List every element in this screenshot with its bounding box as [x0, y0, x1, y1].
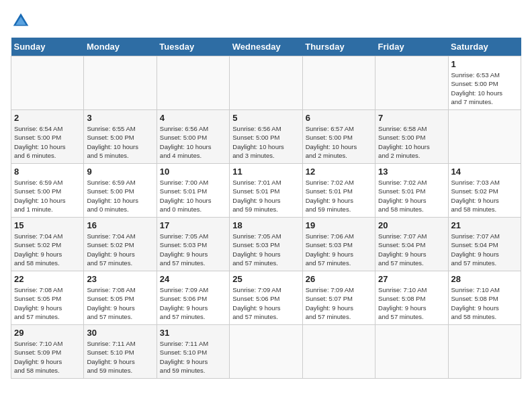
day-info: Sunrise: 7:07 AM Sunset: 5:04 PM Dayligh…	[378, 232, 445, 267]
logo-icon	[11, 11, 31, 31]
day-info: Sunrise: 7:10 AM Sunset: 5:09 PM Dayligh…	[14, 339, 81, 375]
day-number: 10	[160, 167, 226, 177]
calendar-cell: 21Sunrise: 7:07 AM Sunset: 5:04 PM Dayli…	[448, 218, 521, 271]
day-info: Sunrise: 7:04 AM Sunset: 5:02 PM Dayligh…	[14, 232, 81, 267]
calendar-cell	[230, 56, 302, 110]
day-number: 1	[451, 59, 518, 69]
day-number: 13	[378, 167, 445, 177]
day-info: Sunrise: 7:08 AM Sunset: 5:05 PM Dayligh…	[14, 285, 81, 321]
calendar-cell: 31Sunrise: 7:11 AM Sunset: 5:10 PM Dayli…	[157, 325, 229, 379]
calendar-cell: 6Sunrise: 6:57 AM Sunset: 5:00 PM Daylig…	[302, 110, 375, 164]
calendar-week-row: 2Sunrise: 6:54 AM Sunset: 5:00 PM Daylig…	[11, 110, 521, 164]
day-number: 9	[87, 167, 153, 177]
calendar-cell: 26Sunrise: 7:09 AM Sunset: 5:07 PM Dayli…	[302, 271, 375, 325]
day-info: Sunrise: 7:05 AM Sunset: 5:03 PM Dayligh…	[160, 232, 226, 267]
day-info: Sunrise: 7:10 AM Sunset: 5:08 PM Dayligh…	[378, 285, 445, 321]
day-number: 28	[451, 274, 518, 284]
calendar-cell	[302, 325, 375, 379]
day-number: 26	[306, 274, 372, 284]
day-number: 11	[232, 167, 299, 177]
day-info: Sunrise: 7:07 AM Sunset: 5:04 PM Dayligh…	[451, 232, 518, 267]
day-number: 27	[378, 274, 445, 284]
day-info: Sunrise: 6:55 AM Sunset: 5:00 PM Dayligh…	[87, 124, 153, 160]
calendar-cell: 10Sunrise: 7:00 AM Sunset: 5:01 PM Dayli…	[157, 164, 229, 218]
calendar-cell: 16Sunrise: 7:04 AM Sunset: 5:02 PM Dayli…	[84, 218, 157, 271]
calendar-cell: 19Sunrise: 7:06 AM Sunset: 5:03 PM Dayli…	[302, 218, 375, 271]
day-info: Sunrise: 7:10 AM Sunset: 5:08 PM Dayligh…	[451, 285, 518, 321]
day-info: Sunrise: 7:09 AM Sunset: 5:06 PM Dayligh…	[232, 285, 299, 321]
header-thursday: Thursday	[302, 38, 375, 56]
day-number: 5	[232, 113, 299, 123]
calendar-cell: 9Sunrise: 6:59 AM Sunset: 5:00 PM Daylig…	[84, 164, 157, 218]
calendar-cell: 3Sunrise: 6:55 AM Sunset: 5:00 PM Daylig…	[84, 110, 157, 164]
calendar-header-row: SundayMondayTuesdayWednesdayThursdayFrid…	[11, 38, 521, 56]
header-monday: Monday	[84, 38, 157, 56]
calendar-cell: 23Sunrise: 7:08 AM Sunset: 5:05 PM Dayli…	[84, 271, 157, 325]
calendar-cell: 17Sunrise: 7:05 AM Sunset: 5:03 PM Dayli…	[157, 218, 229, 271]
day-number: 31	[160, 328, 226, 338]
day-info: Sunrise: 7:09 AM Sunset: 5:06 PM Dayligh…	[160, 285, 226, 321]
calendar-cell	[448, 325, 521, 379]
day-info: Sunrise: 6:56 AM Sunset: 5:00 PM Dayligh…	[160, 124, 226, 160]
day-number: 7	[378, 113, 445, 123]
calendar-cell	[302, 56, 375, 110]
calendar-cell: 13Sunrise: 7:02 AM Sunset: 5:01 PM Dayli…	[375, 164, 448, 218]
calendar-table: SundayMondayTuesdayWednesdayThursdayFrid…	[11, 38, 521, 379]
calendar-week-row: 15Sunrise: 7:04 AM Sunset: 5:02 PM Dayli…	[11, 218, 521, 271]
day-number: 17	[160, 220, 226, 230]
day-number: 16	[87, 220, 153, 230]
day-info: Sunrise: 7:00 AM Sunset: 5:01 PM Dayligh…	[160, 178, 226, 214]
calendar-cell: 18Sunrise: 7:05 AM Sunset: 5:03 PM Dayli…	[230, 218, 302, 271]
day-number: 22	[14, 274, 81, 284]
calendar-cell: 8Sunrise: 6:59 AM Sunset: 5:00 PM Daylig…	[11, 164, 84, 218]
day-info: Sunrise: 7:08 AM Sunset: 5:05 PM Dayligh…	[87, 285, 153, 321]
day-info: Sunrise: 7:04 AM Sunset: 5:02 PM Dayligh…	[87, 232, 153, 267]
day-number: 15	[14, 220, 81, 230]
day-number: 2	[14, 113, 81, 123]
calendar-cell: 24Sunrise: 7:09 AM Sunset: 5:06 PM Dayli…	[157, 271, 229, 325]
day-info: Sunrise: 7:09 AM Sunset: 5:07 PM Dayligh…	[306, 285, 372, 321]
header-tuesday: Tuesday	[157, 38, 229, 56]
header-saturday: Saturday	[448, 38, 521, 56]
day-number: 24	[160, 274, 226, 284]
day-number: 18	[232, 220, 299, 230]
day-info: Sunrise: 6:58 AM Sunset: 5:00 PM Dayligh…	[378, 124, 445, 160]
calendar-cell	[375, 56, 448, 110]
day-number: 8	[14, 167, 81, 177]
calendar-cell: 11Sunrise: 7:01 AM Sunset: 5:01 PM Dayli…	[230, 164, 302, 218]
day-number: 25	[232, 274, 299, 284]
calendar-cell: 5Sunrise: 6:56 AM Sunset: 5:00 PM Daylig…	[230, 110, 302, 164]
day-info: Sunrise: 7:11 AM Sunset: 5:10 PM Dayligh…	[160, 339, 226, 375]
day-info: Sunrise: 7:02 AM Sunset: 5:01 PM Dayligh…	[378, 178, 445, 214]
calendar-week-row: 22Sunrise: 7:08 AM Sunset: 5:05 PM Dayli…	[11, 271, 521, 325]
calendar-cell: 29Sunrise: 7:10 AM Sunset: 5:09 PM Dayli…	[11, 325, 84, 379]
day-number: 4	[160, 113, 226, 123]
day-info: Sunrise: 6:56 AM Sunset: 5:00 PM Dayligh…	[232, 124, 299, 160]
header-sunday: Sunday	[11, 38, 84, 56]
calendar-cell: 4Sunrise: 6:56 AM Sunset: 5:00 PM Daylig…	[157, 110, 229, 164]
day-number: 14	[451, 167, 518, 177]
day-info: Sunrise: 7:06 AM Sunset: 5:03 PM Dayligh…	[306, 232, 372, 267]
day-info: Sunrise: 7:05 AM Sunset: 5:03 PM Dayligh…	[232, 232, 299, 267]
day-number: 6	[306, 113, 372, 123]
calendar-cell: 15Sunrise: 7:04 AM Sunset: 5:02 PM Dayli…	[11, 218, 84, 271]
calendar-cell: 2Sunrise: 6:54 AM Sunset: 5:00 PM Daylig…	[11, 110, 84, 164]
day-info: Sunrise: 6:59 AM Sunset: 5:00 PM Dayligh…	[14, 178, 81, 214]
calendar-cell: 12Sunrise: 7:02 AM Sunset: 5:01 PM Dayli…	[302, 164, 375, 218]
calendar-cell	[375, 325, 448, 379]
calendar-week-row: 8Sunrise: 6:59 AM Sunset: 5:00 PM Daylig…	[11, 164, 521, 218]
calendar-cell: 22Sunrise: 7:08 AM Sunset: 5:05 PM Dayli…	[11, 271, 84, 325]
day-number: 21	[451, 220, 518, 230]
calendar-week-row: 1Sunrise: 6:53 AM Sunset: 5:00 PM Daylig…	[11, 56, 521, 110]
calendar-cell: 30Sunrise: 7:11 AM Sunset: 5:10 PM Dayli…	[84, 325, 157, 379]
calendar-cell: 25Sunrise: 7:09 AM Sunset: 5:06 PM Dayli…	[230, 271, 302, 325]
calendar-cell	[230, 325, 302, 379]
day-number: 29	[14, 328, 81, 338]
calendar-cell	[448, 110, 521, 164]
calendar-cell	[157, 56, 229, 110]
day-info: Sunrise: 7:03 AM Sunset: 5:02 PM Dayligh…	[451, 178, 518, 214]
calendar-cell: 7Sunrise: 6:58 AM Sunset: 5:00 PM Daylig…	[375, 110, 448, 164]
day-info: Sunrise: 7:02 AM Sunset: 5:01 PM Dayligh…	[306, 178, 372, 214]
day-info: Sunrise: 6:59 AM Sunset: 5:00 PM Dayligh…	[87, 178, 153, 214]
calendar-week-row: 29Sunrise: 7:10 AM Sunset: 5:09 PM Dayli…	[11, 325, 521, 379]
